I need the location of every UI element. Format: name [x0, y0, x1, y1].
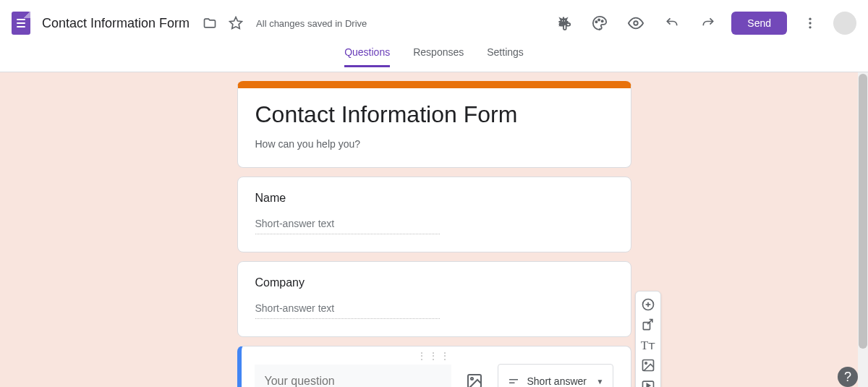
svg-point-8 [809, 26, 811, 28]
scrollbar-track [858, 72, 868, 387]
header-actions: Send [550, 12, 856, 35]
form-canvas: Contact Information Form How can you hel… [0, 72, 868, 387]
app-header: Contact Information Form All changes sav… [0, 0, 868, 46]
svg-point-5 [634, 21, 639, 25]
svg-marker-0 [230, 17, 242, 29]
question-label: Company [255, 276, 613, 289]
question-type-label: Short answer [527, 375, 587, 387]
question-label: Name [255, 192, 613, 205]
svg-point-6 [809, 18, 811, 20]
form-description[interactable]: How can you help you? [255, 138, 613, 150]
add-video-icon[interactable] [638, 377, 658, 387]
form-title[interactable]: Contact Information Form [255, 101, 613, 128]
svg-marker-20 [647, 384, 650, 388]
svg-point-4 [602, 20, 603, 22]
dropdown-arrow-icon: ▼ [597, 378, 604, 386]
short-answer-icon [507, 375, 520, 387]
question-card-company[interactable]: Company Short-answer text [237, 261, 631, 337]
question-card-name[interactable]: Name Short-answer text [237, 177, 631, 252]
svg-point-18 [645, 362, 647, 365]
scrollbar-thumb[interactable] [859, 74, 867, 349]
question-input[interactable] [255, 365, 451, 388]
star-icon[interactable] [227, 14, 244, 32]
addon-icon[interactable] [555, 14, 572, 32]
main-tabs: Questions Responses Settings [0, 46, 868, 72]
answer-placeholder: Short-answer text [255, 218, 440, 234]
tab-responses[interactable]: Responses [413, 46, 464, 67]
move-to-folder-icon[interactable] [201, 14, 218, 32]
add-question-icon[interactable] [638, 296, 658, 313]
question-edit-row: Short answer ▼ [255, 364, 613, 387]
doc-title[interactable]: Contact Information Form [42, 16, 190, 31]
more-menu-icon[interactable] [801, 14, 819, 32]
question-type-select[interactable]: Short answer ▼ [498, 364, 613, 387]
preview-icon[interactable] [627, 14, 644, 32]
svg-point-10 [471, 378, 473, 380]
redo-icon[interactable] [699, 14, 717, 32]
import-questions-icon[interactable] [638, 316, 658, 333]
save-status: All changes saved in Drive [256, 18, 367, 29]
form-container: Contact Information Form How can you hel… [237, 81, 631, 387]
forms-logo[interactable] [12, 12, 30, 35]
svg-point-7 [809, 22, 811, 24]
tab-questions[interactable]: Questions [344, 46, 390, 67]
svg-point-3 [598, 19, 600, 20]
drag-handle-icon[interactable]: ⋮⋮⋮ [255, 352, 613, 360]
add-image-icon[interactable] [466, 373, 483, 387]
help-icon[interactable]: ? [838, 367, 858, 387]
tab-settings[interactable]: Settings [487, 46, 524, 67]
add-title-icon[interactable]: Tᴛ [638, 336, 658, 354]
add-image-icon[interactable] [638, 357, 658, 374]
answer-placeholder: Short-answer text [255, 302, 440, 319]
undo-icon[interactable] [663, 14, 681, 32]
svg-point-2 [596, 21, 597, 22]
customize-theme-icon[interactable] [591, 14, 608, 32]
send-button[interactable]: Send [731, 12, 787, 35]
form-header-card[interactable]: Contact Information Form How can you hel… [237, 81, 631, 168]
question-toolbar: Tᴛ [635, 291, 661, 387]
account-avatar[interactable] [833, 12, 856, 35]
active-question-card[interactable]: ⋮⋮⋮ Short answer ▼ Short-answer text [237, 346, 631, 387]
